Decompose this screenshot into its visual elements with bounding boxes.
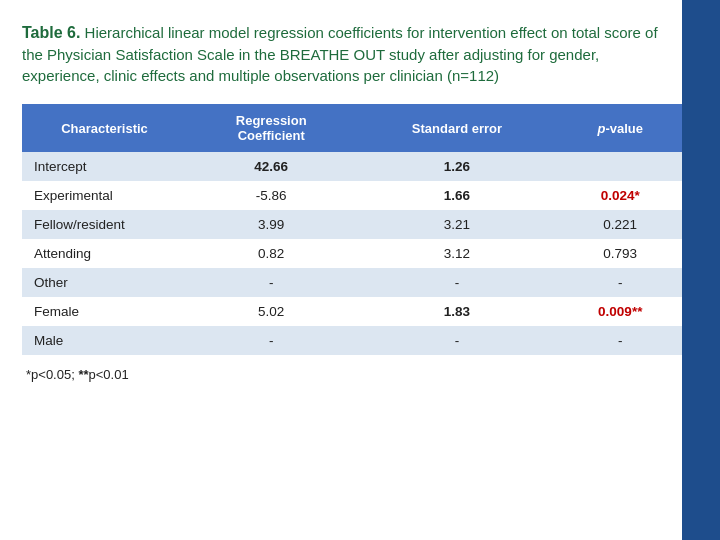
table-row: Intercept42.661.26 [22,152,682,181]
regression-table: Characteristic RegressionCoefficient Sta… [22,104,682,355]
cell-coefficient: 3.99 [187,210,355,239]
cell-pvalue: - [558,268,682,297]
footnote-text: *p<0.05; **p<0.01 [26,367,129,382]
col-header-pvalue: p-value [558,104,682,152]
cell-coefficient: 5.02 [187,297,355,326]
table-row: Male--- [22,326,682,355]
cell-characteristic: Fellow/resident [22,210,187,239]
table-row: Fellow/resident3.993.210.221 [22,210,682,239]
cell-coefficient: 0.82 [187,239,355,268]
col-header-coefficient: RegressionCoefficient [187,104,355,152]
table-description: Hierarchical linear model regression coe… [22,24,658,84]
footnote: *p<0.05; **p<0.01 [22,367,665,382]
cell-coefficient: -5.86 [187,181,355,210]
cell-pvalue: 0.221 [558,210,682,239]
cell-pvalue: - [558,326,682,355]
cell-characteristic: Female [22,297,187,326]
cell-coefficient: 42.66 [187,152,355,181]
cell-coefficient: - [187,268,355,297]
cell-characteristic: Male [22,326,187,355]
table-row: Other--- [22,268,682,297]
table-label: Table 6. [22,24,80,41]
cell-std-error: - [355,326,558,355]
cell-std-error: 3.12 [355,239,558,268]
col-header-characteristic: Characteristic [22,104,187,152]
main-content: Table 6. Hierarchical linear model regre… [0,0,720,400]
cell-characteristic: Other [22,268,187,297]
blue-sidebar [682,0,720,540]
footnote-bold: ** [78,367,88,382]
cell-std-error: 3.21 [355,210,558,239]
table-row: Attending0.823.120.793 [22,239,682,268]
cell-characteristic: Intercept [22,152,187,181]
table-row: Experimental-5.861.660.024* [22,181,682,210]
cell-coefficient: - [187,326,355,355]
cell-std-error: 1.83 [355,297,558,326]
cell-characteristic: Attending [22,239,187,268]
cell-pvalue [558,152,682,181]
cell-std-error: 1.66 [355,181,558,210]
table-header-row: Characteristic RegressionCoefficient Sta… [22,104,682,152]
table-row: Female5.021.830.009** [22,297,682,326]
cell-pvalue: 0.024* [558,181,682,210]
table-title: Table 6. Hierarchical linear model regre… [22,22,662,86]
cell-characteristic: Experimental [22,181,187,210]
col-header-std-error: Standard error [355,104,558,152]
cell-pvalue: 0.009** [558,297,682,326]
cell-std-error: 1.26 [355,152,558,181]
cell-std-error: - [355,268,558,297]
cell-pvalue: 0.793 [558,239,682,268]
